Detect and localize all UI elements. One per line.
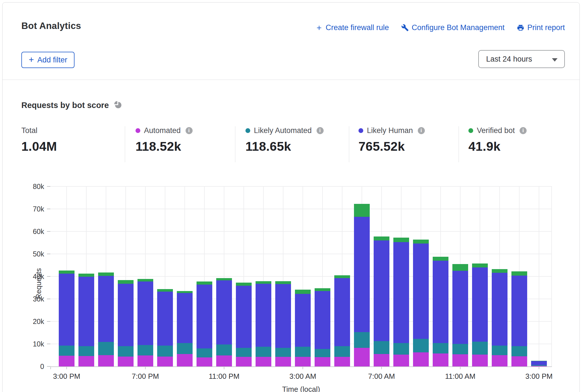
header-actions: Create firewall rule Configure Bot Manag… xyxy=(315,23,565,32)
bar-segment-likely-automated xyxy=(78,346,94,356)
chart-bar[interactable] xyxy=(98,272,114,366)
chart-bar[interactable] xyxy=(197,281,212,366)
stat-value: 41.9k xyxy=(468,139,527,154)
y-tick-label: 40k xyxy=(11,273,44,280)
stat-label: Total xyxy=(21,126,37,135)
bar-segment-likely-automated xyxy=(59,346,75,356)
chart-bar[interactable] xyxy=(177,291,193,366)
legend-dot-verified-bot xyxy=(468,128,473,133)
bar-segment-likely-automated xyxy=(256,347,271,357)
bar-segment-verified-bot xyxy=(413,240,429,244)
print-report-link[interactable]: Print report xyxy=(517,23,565,32)
bar-segment-likely-human xyxy=(334,278,350,346)
bar-segment-automated xyxy=(216,355,232,366)
bar-segment-automated xyxy=(374,354,389,366)
bar-segment-verified-bot xyxy=(334,275,350,278)
y-tick-label: 20k xyxy=(11,318,44,325)
chart-bar[interactable] xyxy=(315,288,330,366)
info-icon[interactable]: i xyxy=(186,127,193,134)
stat-value: 765.52k xyxy=(358,139,425,154)
stat-value: 1.04M xyxy=(21,139,57,154)
create-firewall-rule-link[interactable]: Create firewall rule xyxy=(315,23,389,32)
bar-segment-automated xyxy=(236,357,252,366)
bot-analytics-page: Bot Analytics Create firewall rule Confi… xyxy=(0,0,582,392)
stat-automated: Automated i 118.52k xyxy=(136,126,193,154)
bar-segment-automated xyxy=(472,355,488,366)
bar-segment-verified-bot xyxy=(157,289,173,292)
bar-segment-likely-automated xyxy=(157,346,173,356)
configure-bot-management-link[interactable]: Configure Bot Management xyxy=(401,23,504,32)
chart-bar[interactable] xyxy=(413,240,429,366)
chart-bar[interactable] xyxy=(295,290,311,366)
x-tick xyxy=(50,366,51,369)
legend-dot-automated xyxy=(136,128,140,133)
bar-segment-automated xyxy=(59,356,75,366)
action-label: Configure Bot Management xyxy=(412,23,504,32)
info-icon[interactable]: i xyxy=(418,127,425,134)
x-tick xyxy=(145,366,146,369)
bar-segment-likely-automated xyxy=(413,339,429,352)
bar-segment-likely-human xyxy=(354,217,370,332)
bar-segment-verified-bot xyxy=(354,204,370,217)
bar-segment-verified-bot xyxy=(137,279,153,282)
y-tick-label: 30k xyxy=(11,295,44,303)
bar-segment-likely-human xyxy=(216,280,232,344)
chart-bar[interactable] xyxy=(59,271,75,366)
bar-segment-likely-automated xyxy=(236,348,252,357)
bar-segment-automated xyxy=(177,354,193,366)
bar-segment-automated xyxy=(275,357,291,366)
bar-segment-likely-automated xyxy=(393,343,409,355)
y-tick-label: 0 xyxy=(11,363,44,370)
bar-segment-automated xyxy=(393,355,409,366)
info-icon[interactable]: i xyxy=(317,127,324,134)
chart-bar[interactable] xyxy=(236,283,252,366)
chart-bar[interactable] xyxy=(531,361,547,366)
y-tick-label: 10k xyxy=(11,340,44,348)
bar-segment-likely-human xyxy=(118,284,134,346)
chart-bar[interactable] xyxy=(118,280,134,366)
bar-segment-likely-human xyxy=(177,293,193,343)
bar-segment-likely-human xyxy=(236,286,252,348)
section-title-row: Requests by bot score xyxy=(21,100,122,110)
chart-bar[interactable] xyxy=(256,281,271,366)
bar-segment-likely-automated xyxy=(118,346,134,357)
info-icon[interactable]: i xyxy=(520,127,527,134)
chart-bar[interactable] xyxy=(157,289,173,366)
y-tick-label: 60k xyxy=(11,228,44,235)
time-range-select[interactable]: Last 24 hours xyxy=(478,50,565,68)
chart-bar[interactable] xyxy=(433,257,448,366)
add-filter-button[interactable]: + Add filter xyxy=(21,52,75,68)
chart-bar[interactable] xyxy=(511,271,527,366)
chart-bar[interactable] xyxy=(374,236,389,366)
bar-segment-verified-bot xyxy=(472,263,488,267)
chart-bar[interactable] xyxy=(452,264,468,366)
chart-bar[interactable] xyxy=(472,263,488,366)
stat-divider xyxy=(459,126,459,162)
action-label: Create firewall rule xyxy=(326,23,389,32)
bar-segment-automated xyxy=(98,355,114,366)
bar-segment-likely-human xyxy=(413,244,429,339)
chart-bar[interactable] xyxy=(216,278,232,366)
bar-segment-likely-human xyxy=(157,292,173,346)
stat-divider xyxy=(125,126,125,162)
bar-segment-likely-human xyxy=(511,276,527,346)
chart-bar[interactable] xyxy=(334,275,350,366)
chart-bar[interactable] xyxy=(78,274,94,366)
x-tick xyxy=(303,366,303,369)
bar-segment-likely-human xyxy=(197,285,212,348)
chart-bar[interactable] xyxy=(393,238,409,366)
chart-bar[interactable] xyxy=(275,281,291,366)
bar-segment-likely-human xyxy=(374,240,389,341)
stat-verified-bot: Verified bot i 41.9k xyxy=(468,126,527,154)
chart-bar[interactable] xyxy=(354,204,370,366)
bar-segment-likely-automated xyxy=(177,343,193,354)
stat-label: Verified bot xyxy=(477,126,515,135)
bar-segment-verified-bot xyxy=(59,271,75,273)
gridline xyxy=(539,186,539,366)
bar-segment-verified-bot xyxy=(216,278,232,281)
bar-segment-likely-automated xyxy=(354,332,370,348)
bar-segment-likely-human xyxy=(433,261,448,343)
y-tick xyxy=(47,344,50,344)
chart-bar[interactable] xyxy=(492,269,507,366)
chart-bar[interactable] xyxy=(137,279,153,366)
